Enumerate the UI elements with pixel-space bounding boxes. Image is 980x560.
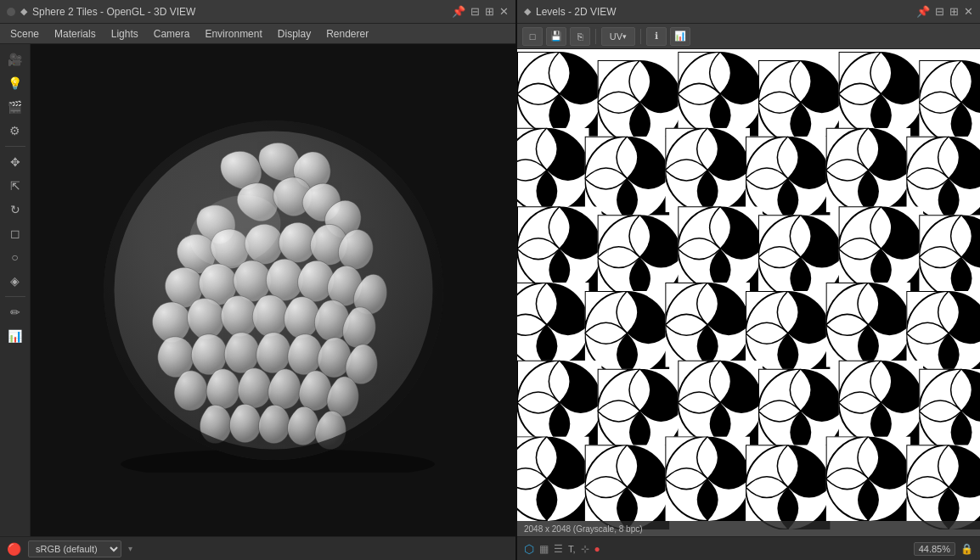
text-tool-icon[interactable]: T, (568, 544, 576, 554)
minimize-button[interactable]: ⊟ (470, 5, 480, 18)
uv-dropdown-button[interactable]: UV ▾ (601, 27, 635, 46)
light-icon[interactable]: 💡 (3, 73, 27, 93)
pin-button-right[interactable]: 📌 (916, 5, 930, 18)
sidebar-separator-2 (5, 296, 25, 297)
zoom-level[interactable]: 44.85% (914, 542, 955, 556)
menu-display[interactable]: Display (271, 26, 318, 42)
move-icon[interactable]: ✥ (3, 152, 27, 172)
sphere-icon[interactable]: ○ (3, 247, 27, 267)
right-title-icon: ◆ (524, 6, 531, 17)
left-sidebar: 🎥 💡 🎬 ⚙ ✥ ⇱ ↻ ◻ ○ ◈ ✏ 📊 (0, 44, 31, 536)
info-button[interactable]: ℹ (646, 27, 667, 46)
pin-button[interactable]: 📌 (452, 5, 465, 18)
rotate-icon[interactable]: ↻ (3, 199, 27, 220)
bottom-right-tools: 44.85% 🔒 (914, 542, 973, 556)
minimize-button-right[interactable]: ⊟ (935, 5, 944, 18)
viewport-area: 🎥 💡 🎬 ⚙ ✥ ⇱ ↻ ◻ ○ ◈ ✏ 📊 (0, 44, 515, 536)
left-title-buttons: 📌 ⊟ ⊞ ✕ (452, 5, 509, 18)
sidebar-separator-1 (5, 146, 25, 147)
image-info-text: 2048 x 2048 (Grayscale, 8 bpc) (524, 524, 643, 534)
bottom-bar-left: 🔴 sRGB (default) Linear ACEScg ▾ (0, 536, 515, 560)
layers-icon[interactable]: ◈ (3, 271, 27, 291)
bottom-bar-right: ⬡ ▦ ☰ T, ⊹ ● 44.85% 🔒 (517, 536, 980, 560)
menu-scene[interactable]: Scene (3, 26, 46, 42)
toolbar-sep-2 (640, 29, 641, 44)
left-title-icon: ◆ (20, 6, 27, 17)
tessellation-svg (517, 49, 980, 536)
menu-camera[interactable]: Camera (147, 26, 197, 42)
left-title-text: Sphere 2 Tiles - OpenGL - 3D VIEW (32, 6, 447, 18)
uv-chevron: ▾ (622, 32, 627, 41)
close-button-right[interactable]: ✕ (964, 5, 973, 18)
right-title-text: Levels - 2D VIEW (536, 6, 911, 18)
pen-icon[interactable]: ✏ (3, 302, 27, 322)
left-title-bar: ◆ Sphere 2 Tiles - OpenGL - 3D VIEW 📌 ⊟ … (0, 0, 515, 24)
lock-icon[interactable]: 🔒 (960, 543, 973, 555)
channel-icon[interactable]: ☰ (554, 543, 563, 555)
toolbar-right: □ 💾 ⎘ UV ▾ ℹ 📊 (517, 24, 980, 49)
triangle-icon[interactable]: ▾ (128, 544, 132, 553)
copy-button[interactable]: ⎘ (570, 27, 590, 46)
sphere-tiles (104, 120, 443, 460)
sphere-svg (91, 108, 456, 473)
color-sphere-icon[interactable]: 🔴 (7, 542, 21, 556)
right-panel: ◆ Levels - 2D VIEW 📌 ⊟ ⊞ ✕ □ 💾 ⎘ UV ▾ ℹ … (515, 0, 980, 560)
toolbar-sep-1 (595, 29, 596, 44)
left-panel: ◆ Sphere 2 Tiles - OpenGL - 3D VIEW 📌 ⊟ … (0, 0, 515, 560)
sphere-3d (91, 108, 456, 473)
bottom-left-tools: ⬡ ▦ ☰ T, ⊹ ● (524, 542, 600, 556)
right-title-buttons: 📌 ⊟ ⊞ ✕ (916, 5, 973, 18)
crop-tool-button[interactable]: □ (522, 27, 543, 46)
menu-renderer[interactable]: Renderer (319, 26, 375, 42)
camera-icon[interactable]: 🎥 (3, 49, 27, 70)
menu-lights[interactable]: Lights (104, 26, 145, 42)
menu-bar: Scene Materials Lights Camera Environmen… (0, 24, 515, 44)
save-button[interactable]: 💾 (546, 27, 566, 46)
menu-materials[interactable]: Materials (48, 26, 103, 42)
view2d-canvas[interactable]: 2048 x 2048 (Grayscale, 8 bpc) (517, 49, 980, 536)
menu-environment[interactable]: Environment (198, 26, 268, 42)
scale-icon[interactable]: ⇱ (3, 176, 27, 196)
uv-label: UV (610, 31, 622, 42)
cube-icon[interactable]: ◻ (3, 223, 27, 244)
view2d-status-bar: 2048 x 2048 (Grayscale, 8 bpc) (517, 521, 980, 536)
colorspace-select[interactable]: sRGB (default) Linear ACEScg (28, 540, 121, 557)
record-icon[interactable]: ● (594, 543, 600, 555)
film-icon[interactable]: 🎬 (3, 97, 27, 117)
transform-icon[interactable]: ⊹ (581, 543, 589, 555)
close-button-left[interactable]: ✕ (499, 5, 509, 18)
grid-icon[interactable]: ▦ (539, 543, 549, 555)
window-dot (7, 8, 15, 16)
maximize-button-right[interactable]: ⊞ (949, 5, 959, 18)
viewport-canvas[interactable] (31, 44, 515, 536)
right-title-bar: ◆ Levels - 2D VIEW 📌 ⊟ ⊞ ✕ (517, 0, 980, 24)
material-sphere-icon[interactable]: ⬡ (524, 542, 534, 556)
settings-icon[interactable]: ⚙ (3, 120, 27, 141)
chart-icon[interactable]: 📊 (3, 326, 27, 346)
histogram-button[interactable]: 📊 (670, 27, 690, 46)
maximize-button[interactable]: ⊞ (485, 5, 494, 18)
tessellation-group (517, 52, 980, 529)
